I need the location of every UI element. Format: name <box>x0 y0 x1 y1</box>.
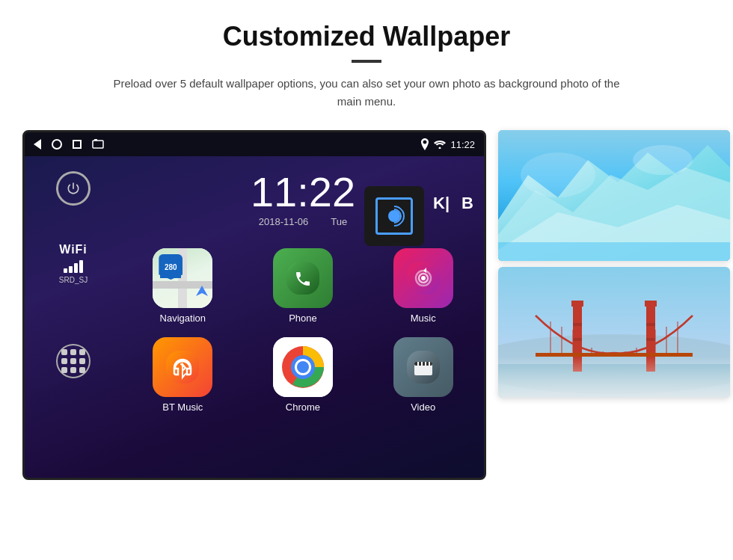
apps-button[interactable] <box>56 344 91 378</box>
right-widgets: K| B <box>364 186 476 246</box>
device-screen: WiFi SRD_SJ <box>25 156 484 478</box>
android-device: 11:22 WiFi <box>22 130 486 480</box>
app-phone[interactable]: Phone <box>250 248 357 324</box>
svg-rect-37 <box>573 338 582 341</box>
location-icon <box>420 138 429 150</box>
main-content: 11:22 WiFi <box>0 123 733 487</box>
app-navigation[interactable]: 280 280 Navigation <box>129 248 236 324</box>
antenna-widget <box>364 186 424 246</box>
svg-point-13 <box>297 361 309 373</box>
app-video-label: Video <box>411 401 435 413</box>
clock-date: 2018-11-06 <box>259 216 309 227</box>
svg-point-7 <box>421 276 426 280</box>
screenshot-icon <box>92 139 104 150</box>
status-bar-left <box>34 139 104 150</box>
svg-rect-0 <box>93 141 103 148</box>
status-bar: 11:22 <box>25 132 484 156</box>
svg-point-27 <box>633 145 693 175</box>
svg-rect-33 <box>571 301 583 307</box>
power-button[interactable] <box>56 171 91 206</box>
title-divider <box>352 60 381 63</box>
svg-rect-38 <box>646 338 655 341</box>
app-btmusic-label: BT Music <box>162 401 203 413</box>
clock-day: Tue <box>331 216 347 227</box>
wifi-label: WiFi <box>59 243 88 256</box>
grid-icon <box>61 349 85 373</box>
svg-rect-36 <box>646 323 655 326</box>
page-title: Customized Wallpaper <box>45 21 688 52</box>
bluetooth-indicator: B <box>458 186 476 221</box>
back-icon <box>34 139 41 150</box>
wallpaper-thumb-bridge[interactable] <box>498 267 730 398</box>
page-subtitle: Preload over 5 default wallpaper options… <box>105 75 628 111</box>
app-chrome[interactable]: Chrome <box>250 337 357 413</box>
home-icon <box>52 139 62 150</box>
app-music-label: Music <box>411 313 436 324</box>
status-time: 11:22 <box>450 139 475 150</box>
wallpaper-thumb-ice[interactable] <box>498 130 730 261</box>
app-phone-label: Phone <box>289 313 317 324</box>
svg-rect-1 <box>94 139 97 141</box>
svg-rect-34 <box>645 301 657 307</box>
status-bar-right: 11:22 <box>420 138 475 150</box>
app-btmusic[interactable]: BT Music <box>129 337 236 413</box>
wifi-signal-bars <box>59 259 88 273</box>
app-video[interactable]: Video <box>369 337 476 413</box>
svg-point-2 <box>439 147 441 150</box>
svg-rect-39 <box>536 353 693 357</box>
page-header: Customized Wallpaper Preload over 5 defa… <box>0 0 733 123</box>
wifi-ssid: SRD_SJ <box>59 276 88 284</box>
wifi-status-icon <box>434 140 446 149</box>
wifi-widget: WiFi SRD_SJ <box>59 243 88 284</box>
svg-rect-51 <box>498 357 730 398</box>
app-navigation-label: Navigation <box>160 313 206 324</box>
skip-button[interactable]: K| <box>430 186 453 221</box>
recents-icon <box>73 140 82 149</box>
svg-rect-35 <box>573 323 582 326</box>
left-sidebar: WiFi SRD_SJ <box>25 156 122 478</box>
svg-rect-3 <box>286 262 319 295</box>
svg-point-26 <box>521 153 595 197</box>
svg-rect-25 <box>498 242 730 261</box>
app-grid: 280 280 Navigation <box>122 242 484 419</box>
wallpaper-thumbnails <box>498 130 730 398</box>
app-chrome-label: Chrome <box>286 401 320 413</box>
app-music[interactable]: Music <box>369 248 476 324</box>
